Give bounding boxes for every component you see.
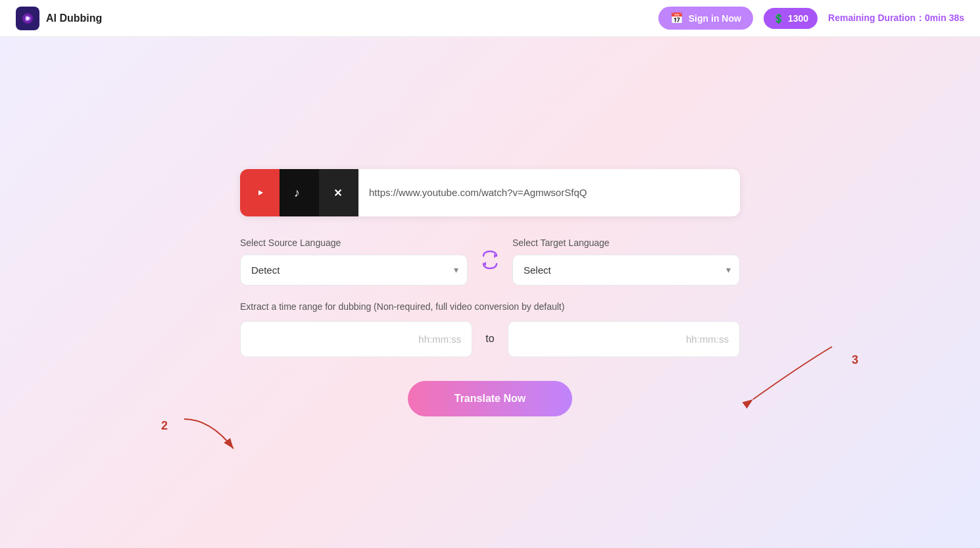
svg-text:♪: ♪ bbox=[294, 186, 300, 199]
url-row: ♪ ✕ bbox=[240, 169, 740, 216]
swap-icon[interactable] bbox=[477, 247, 503, 273]
content-card: ♪ ✕ Select Source Language Detect Engli bbox=[240, 169, 740, 416]
time-end-wrapper bbox=[508, 321, 740, 357]
logo-area: AI Dubbing bbox=[16, 7, 658, 30]
svg-text:✕: ✕ bbox=[333, 187, 342, 199]
source-language-select[interactable]: Detect English Chinese Spanish French bbox=[240, 255, 468, 286]
time-range-row: to bbox=[240, 321, 740, 357]
source-language-group: Select Source Language Detect English Ch… bbox=[240, 237, 468, 286]
dollar-icon: 💲 bbox=[773, 13, 784, 24]
swap-icon-wrapper bbox=[468, 247, 512, 276]
logo-icon bbox=[16, 7, 39, 30]
tiktok-icon[interactable]: ♪ bbox=[280, 169, 319, 216]
main-content: ♪ ✕ Select Source Language Detect Engli bbox=[0, 37, 980, 548]
youtube-icon[interactable] bbox=[240, 169, 280, 216]
annotation-3: 3 bbox=[852, 353, 858, 367]
arrow-3-svg bbox=[733, 334, 845, 419]
url-input[interactable] bbox=[358, 187, 740, 198]
remaining-duration: Remaining Duration：0min 38s bbox=[828, 12, 964, 24]
time-start-wrapper bbox=[240, 321, 472, 357]
target-language-wrapper: Select English Chinese Spanish French Ge… bbox=[512, 255, 740, 286]
time-start-input[interactable] bbox=[240, 321, 472, 357]
source-language-label: Select Source Language bbox=[240, 237, 468, 248]
target-language-select[interactable]: Select English Chinese Spanish French Ge… bbox=[512, 255, 740, 286]
target-language-label: Select Target Language bbox=[512, 237, 740, 248]
arrow-2-svg bbox=[171, 406, 250, 472]
translate-now-button[interactable]: Translate Now bbox=[408, 381, 572, 416]
time-range-label: Extract a time range for dubbing (Non-re… bbox=[240, 301, 740, 312]
credits-badge: 💲 1300 bbox=[764, 8, 818, 29]
target-language-group: Select Target Language Select English Ch… bbox=[512, 237, 740, 286]
time-end-input[interactable] bbox=[508, 321, 740, 357]
language-row: Select Source Language Detect English Ch… bbox=[240, 237, 740, 286]
sign-in-label: Sign in Now bbox=[689, 13, 741, 24]
platform-icons: ♪ ✕ bbox=[240, 169, 358, 216]
app-title: AI Dubbing bbox=[46, 12, 102, 24]
source-language-wrapper: Detect English Chinese Spanish French ▾ bbox=[240, 255, 468, 286]
twitter-x-icon[interactable]: ✕ bbox=[319, 169, 358, 216]
sign-in-button[interactable]: 📅 Sign in Now bbox=[658, 7, 753, 30]
remaining-label: Remaining Duration： bbox=[828, 12, 925, 23]
to-label: to bbox=[472, 333, 507, 345]
calendar-icon: 📅 bbox=[670, 12, 683, 24]
remaining-value: 0min 38s bbox=[925, 12, 964, 23]
annotation-2: 2 bbox=[161, 419, 168, 433]
header-right: 📅 Sign in Now 💲 1300 Remaining Duration：… bbox=[658, 7, 964, 30]
header: AI Dubbing 📅 Sign in Now 💲 1300 Remainin… bbox=[0, 0, 980, 37]
credits-value: 1300 bbox=[788, 13, 808, 24]
